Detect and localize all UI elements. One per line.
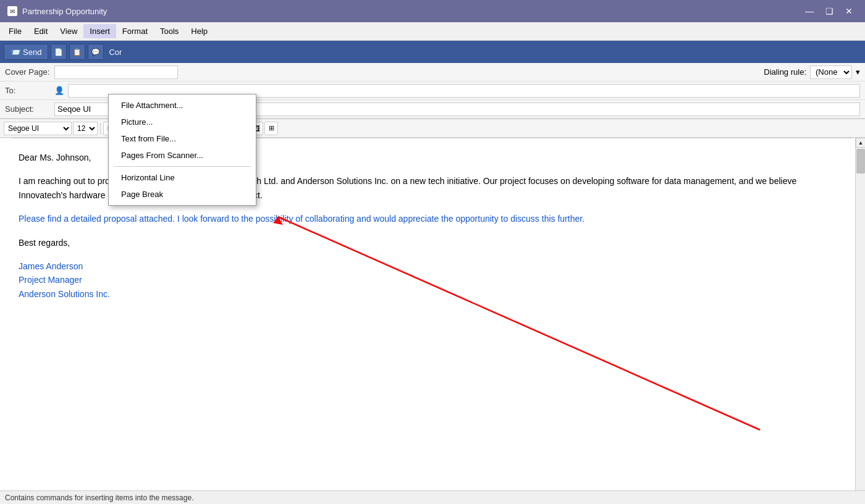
window-title: Partnership Opportunity bbox=[22, 7, 107, 16]
menu-separator bbox=[114, 166, 251, 167]
subject-label: Subject: bbox=[5, 104, 54, 114]
menu-item-pages-from-scanner[interactable]: Pages From Scanner... bbox=[109, 147, 256, 164]
close-button[interactable]: ✕ bbox=[840, 2, 858, 20]
dialing-rule-area: Dialing rule: (None Rule 1 Rule 2 ▾ bbox=[764, 65, 860, 79]
scroll-up-arrow[interactable]: ▲ bbox=[856, 138, 865, 148]
maximize-button[interactable]: ❑ bbox=[821, 2, 838, 20]
toolbar-icon-3[interactable]: 💬 bbox=[88, 44, 104, 60]
fmt-sep-1 bbox=[100, 123, 101, 134]
menu-tools[interactable]: Tools bbox=[154, 24, 185, 38]
status-text: Contains commands for inserting items in… bbox=[5, 494, 193, 502]
app-icon: ✉ bbox=[7, 6, 17, 16]
font-size-select[interactable]: 12 14 bbox=[73, 122, 98, 135]
main-body: 📨 Send 📄 📋 💬 Cor Cover Page: Dialing rul… bbox=[0, 41, 865, 504]
menu-item-text-from-file[interactable]: Text from File... bbox=[109, 130, 256, 147]
send-button[interactable]: 📨 Send bbox=[4, 44, 48, 60]
closing: Best regards, bbox=[19, 238, 70, 248]
title-bar: ✉ Partnership Opportunity — ❑ ✕ bbox=[0, 0, 865, 22]
menu-bar: File Edit View Insert Format Tools Help bbox=[0, 22, 865, 41]
sig-title: Project Manager bbox=[19, 275, 82, 285]
dialing-dropdown-arrow: ▾ bbox=[856, 67, 860, 77]
sig-company: Anderson Solutions Inc. bbox=[19, 289, 110, 299]
menu-view[interactable]: View bbox=[54, 24, 83, 38]
menu-file[interactable]: File bbox=[2, 24, 28, 38]
menu-help[interactable]: Help bbox=[185, 24, 214, 38]
menu-insert[interactable]: Insert bbox=[83, 24, 116, 38]
font-family-select[interactable]: Segoe UI Arial bbox=[4, 122, 72, 135]
cover-page-row: Cover Page: Dialing rule: (None Rule 1 R… bbox=[0, 63, 865, 82]
toolbar-icon-2[interactable]: 📋 bbox=[69, 44, 85, 60]
to-label: To: bbox=[5, 86, 54, 95]
menu-item-picture[interactable]: Picture... bbox=[109, 114, 256, 130]
dialing-rule-label: Dialing rule: bbox=[764, 67, 806, 77]
menu-edit[interactable]: Edit bbox=[28, 24, 54, 38]
status-bar: Contains commands for inserting items in… bbox=[0, 490, 865, 504]
scroll-thumb[interactable] bbox=[856, 149, 865, 174]
menu-item-horizontal-line[interactable]: Horizontal Line bbox=[109, 169, 256, 186]
dialing-rule-select[interactable]: (None Rule 1 Rule 2 bbox=[810, 65, 852, 79]
send-icon: 📨 bbox=[11, 48, 20, 57]
toolbar: 📨 Send 📄 📋 💬 Cor bbox=[0, 41, 865, 63]
title-bar-left: ✉ Partnership Opportunity bbox=[7, 6, 107, 16]
sig-name: James Anderson bbox=[19, 261, 83, 271]
toolbar-icon-1[interactable]: 📄 bbox=[51, 44, 67, 60]
greeting: Dear Ms. Johnson, bbox=[19, 153, 91, 162]
scrollbar[interactable]: ▲ ▼ bbox=[855, 138, 865, 504]
cover-page-input[interactable] bbox=[54, 65, 178, 79]
minimize-button[interactable]: — bbox=[801, 2, 818, 20]
menu-format[interactable]: Format bbox=[116, 24, 154, 38]
to-icon: 👤 bbox=[54, 86, 64, 95]
insert-dropdown-menu: File Attachment... Picture... Text from … bbox=[108, 94, 256, 206]
cover-page-label: Cover Page: bbox=[5, 67, 54, 77]
cor-label: Cor bbox=[106, 48, 124, 57]
menu-item-page-break[interactable]: Page Break bbox=[109, 186, 256, 203]
paragraph2: Please find a detailed proposal attached… bbox=[19, 214, 584, 224]
insert-table-button[interactable]: ⊞ bbox=[264, 122, 278, 135]
title-bar-controls: — ❑ ✕ bbox=[801, 2, 858, 20]
menu-item-file-attachment[interactable]: File Attachment... bbox=[109, 97, 256, 114]
